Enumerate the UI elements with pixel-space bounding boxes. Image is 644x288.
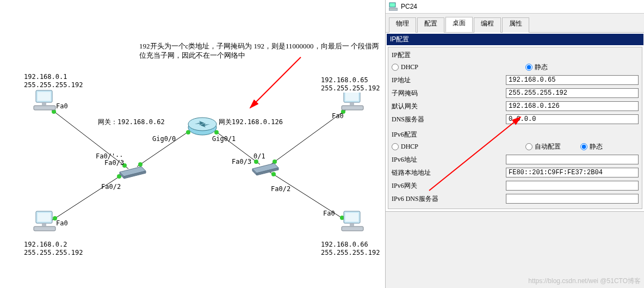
port-rtr-left: Gig0/0	[152, 135, 176, 143]
svg-point-20	[188, 118, 216, 131]
svg-rect-26	[38, 213, 51, 222]
svg-line-4	[52, 174, 123, 220]
svg-rect-32	[350, 102, 354, 106]
svg-rect-31	[342, 106, 363, 110]
pc-bl-ip: 192.168.0.2 255.255.255.192	[24, 241, 83, 257]
svg-rect-23	[34, 106, 55, 110]
gateway-right: 网关192.168.0.126	[218, 118, 284, 127]
svg-rect-35	[342, 226, 363, 231]
panel-arrow	[386, 0, 644, 288]
pc-tl-ip: 192.168.0.1 255.255.255.192	[24, 73, 83, 89]
pc-br-ip: 192.168.0.66 255.255.255.192	[321, 241, 380, 257]
port-swr-up: Fa0/3	[232, 158, 251, 166]
svg-rect-30	[345, 92, 358, 101]
gateway-left: 网关：192.168.0.62	[97, 118, 166, 127]
svg-rect-36	[350, 223, 354, 226]
network-diagram: 192开头为一个c类地址，子网掩码为 192，则是11000000，向最后一 个…	[0, 0, 385, 288]
port-swr-down: Fa0/2	[271, 185, 290, 193]
svg-line-0	[250, 57, 301, 108]
svg-line-39	[429, 117, 521, 191]
port-pc-bl: Fa0	[56, 219, 68, 228]
port-swl-up2: Fa0/3	[104, 159, 124, 167]
svg-rect-24	[42, 102, 46, 106]
port-swl-down: Fa0/2	[101, 183, 121, 191]
watermark: https://blog.csdn.net/wei @51CTO博客	[528, 277, 641, 286]
config-window: PC24 物理 配置 桌面 编程 属性 IP配置 IP配置 DHCP 静态 IP…	[385, 0, 644, 288]
port-pc-tl: Fa0	[56, 102, 68, 111]
port-pc-br: Fa0	[323, 210, 335, 218]
pc-tl-icon	[33, 89, 59, 115]
svg-rect-28	[42, 223, 46, 226]
svg-rect-34	[345, 213, 358, 222]
pc-tr-ip: 192.168.0.65 255.255.255.192	[321, 76, 380, 93]
pc-bl-icon	[33, 210, 59, 236]
port-pc-tr: Fa0	[332, 112, 344, 120]
port-swr-up2: 0/1	[253, 152, 265, 161]
switch-right-icon	[250, 159, 281, 179]
svg-rect-27	[34, 226, 55, 231]
svg-rect-22	[38, 92, 51, 101]
pc-tr-icon	[340, 89, 367, 115]
pc-br-icon	[340, 210, 367, 236]
port-rtr-right: Gig0/1	[212, 135, 236, 143]
